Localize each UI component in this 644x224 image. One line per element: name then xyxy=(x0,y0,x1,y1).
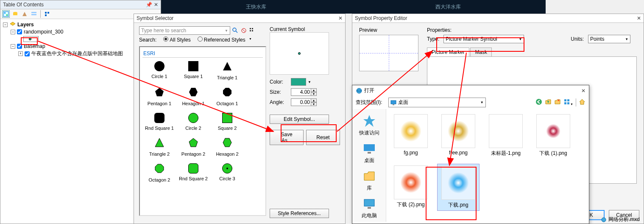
type-value: Picture Marker Symbol xyxy=(446,36,497,42)
size-label: Size: xyxy=(270,89,291,95)
close-icon[interactable]: ✕ xyxy=(637,15,641,21)
symbol-square-2[interactable]: Square 2 xyxy=(210,109,244,134)
sidebar-libraries[interactable]: 库 xyxy=(362,169,376,192)
pin-icon[interactable]: 📌 xyxy=(146,2,152,8)
search-placeholder: Type here to search xyxy=(141,28,186,34)
expand-toggle[interactable]: + xyxy=(18,51,23,56)
symbol-grid[interactable]: ESRI Circle 1 Square 1 Triangle 1 Pentag… xyxy=(139,46,266,216)
svg-marker-25 xyxy=(189,138,198,147)
angle-spinner[interactable]: ▲▼ xyxy=(311,98,317,106)
close-icon[interactable]: ✕ xyxy=(154,2,158,8)
size-spinner[interactable]: ▲▼ xyxy=(311,88,317,96)
symbol-circle-2[interactable]: Circle 2 xyxy=(176,109,210,134)
file-name: 下载 (1).png xyxy=(534,150,573,157)
close-icon[interactable]: ✕ xyxy=(581,88,585,94)
svg-point-43 xyxy=(602,218,606,222)
svg-marker-5 xyxy=(22,12,27,16)
back-icon[interactable] xyxy=(535,98,542,106)
file-item[interactable]: 下载 (1).png xyxy=(532,112,574,159)
symbol-hexagon-2[interactable]: Hexagon 2 xyxy=(210,134,244,160)
new-folder-icon[interactable]: * xyxy=(554,98,561,106)
type-dropdown[interactable]: Picture Marker Symbol ▼ xyxy=(443,35,524,43)
radio-all-styles[interactable]: All Styles xyxy=(163,36,190,43)
view-list-icon[interactable]: ▼ xyxy=(249,27,256,34)
file-name: fg.png xyxy=(391,150,430,156)
size-input[interactable] xyxy=(291,88,311,96)
reset-search-icon[interactable] xyxy=(240,27,247,34)
list-by-drawing-order-icon[interactable] xyxy=(2,10,10,18)
angle-input[interactable] xyxy=(291,98,311,106)
type-label: Type: xyxy=(427,36,439,42)
svg-rect-8 xyxy=(45,12,47,14)
symbol-rnd-square-1[interactable]: Rnd Square 1 xyxy=(142,109,176,134)
file-list-area[interactable]: fg.png free.png 未标题-1.png 下载 (1).png 下载 … xyxy=(386,109,589,222)
save-as-button[interactable]: Save As... xyxy=(270,130,304,145)
file-item[interactable]: 未标题-1.png xyxy=(485,112,527,159)
collapse-toggle[interactable]: − xyxy=(11,44,15,49)
chevron-down-icon[interactable]: ▼ xyxy=(480,101,484,104)
scope-dropdown[interactable]: 桌面 ▼ xyxy=(388,98,486,107)
symbol-hexagon-1[interactable]: Hexagon 1 xyxy=(176,84,210,109)
chevron-down-icon[interactable]: ▼ xyxy=(625,37,628,41)
symbol-rnd-square-2[interactable]: Rnd Square 2 xyxy=(176,160,210,186)
svg-rect-39 xyxy=(364,144,375,151)
symbol-pentagon-2[interactable]: Pentagon 2 xyxy=(176,134,210,160)
close-icon[interactable]: ✕ xyxy=(338,15,343,21)
up-folder-icon[interactable] xyxy=(545,98,552,106)
collapse-toggle[interactable]: − xyxy=(3,22,8,27)
style-references-button[interactable]: Style References... xyxy=(270,209,329,218)
collapse-toggle[interactable]: − xyxy=(11,30,15,34)
edit-symbol-button[interactable]: Edit Symbol... xyxy=(270,115,329,124)
search-icon[interactable] xyxy=(232,27,239,34)
units-dropdown[interactable]: Points ▼ xyxy=(588,35,630,43)
svg-rect-6 xyxy=(31,12,36,13)
symbol-triangle-1[interactable]: Triangle 1 xyxy=(210,58,244,84)
catalog-footer-item[interactable]: 网络分析.mxd xyxy=(601,216,640,223)
tab-picture-marker[interactable]: Picture Marker xyxy=(427,48,469,56)
home-icon[interactable] xyxy=(579,98,585,106)
list-by-visibility-icon[interactable] xyxy=(21,10,28,18)
svg-rect-36 xyxy=(567,102,569,104)
svg-marker-37 xyxy=(580,99,585,104)
color-picker[interactable] xyxy=(291,78,306,86)
chevron-down-icon[interactable]: ▼ xyxy=(225,29,228,33)
file-item[interactable]: free.png xyxy=(437,112,480,159)
symbol-octagon-1[interactable]: Octagon 1 xyxy=(210,84,244,109)
svg-marker-21 xyxy=(155,88,164,96)
radio-referenced-styles[interactable]: Referenced Styles xyxy=(198,36,245,43)
layer-visibility-checkbox[interactable] xyxy=(25,51,30,56)
symbol-octagon-2[interactable]: Octagon 2 xyxy=(142,160,176,186)
options-icon[interactable] xyxy=(43,10,51,18)
view-menu-icon[interactable]: ▼ xyxy=(563,98,573,106)
layer-visibility-checkbox[interactable] xyxy=(17,44,22,49)
list-by-selection-icon[interactable] xyxy=(30,10,38,18)
scope-label: 查找范围(I): xyxy=(356,99,382,106)
chevron-down-icon[interactable]: ▼ xyxy=(519,37,522,41)
angle-label: Angle: xyxy=(270,99,291,105)
reset-button[interactable]: Reset xyxy=(306,130,340,145)
symbol-square-1[interactable]: Square 1 xyxy=(176,58,210,84)
sidebar-desktop[interactable]: 桌面 xyxy=(362,142,376,164)
symbol-circle-1[interactable]: Circle 1 xyxy=(142,58,176,84)
sidebar-quick-access[interactable]: 快速访问 xyxy=(359,114,379,137)
file-item[interactable]: 下载 (2).png xyxy=(390,164,432,211)
map-viewport[interactable]: 王快水库 西大洋水库 xyxy=(161,0,546,14)
svg-rect-17 xyxy=(250,30,251,31)
svg-rect-34 xyxy=(567,99,569,101)
svg-marker-11 xyxy=(10,22,15,25)
symbol-circle-3[interactable]: Circle 3 xyxy=(210,160,244,186)
layer-visibility-checkbox[interactable] xyxy=(17,29,22,34)
file-item-selected[interactable]: 下载.png xyxy=(437,164,480,211)
svg-line-13 xyxy=(236,31,237,33)
tab-mask[interactable]: Mask xyxy=(470,48,492,56)
symbol-pentagon-1[interactable]: Pentagon 1 xyxy=(142,84,176,109)
svg-rect-18 xyxy=(252,28,253,29)
chevron-down-icon[interactable]: ▼ xyxy=(308,80,311,84)
symbol-triangle-2[interactable]: Triangle 2 xyxy=(142,134,176,160)
point-symbol-swatch[interactable] xyxy=(23,36,39,42)
sidebar-this-pc[interactable]: 此电脑 xyxy=(362,197,377,219)
search-input[interactable]: Type here to search ▼ xyxy=(139,26,230,35)
svg-marker-22 xyxy=(189,88,198,96)
list-by-source-icon[interactable] xyxy=(11,10,19,18)
file-item[interactable]: fg.png xyxy=(390,112,432,159)
